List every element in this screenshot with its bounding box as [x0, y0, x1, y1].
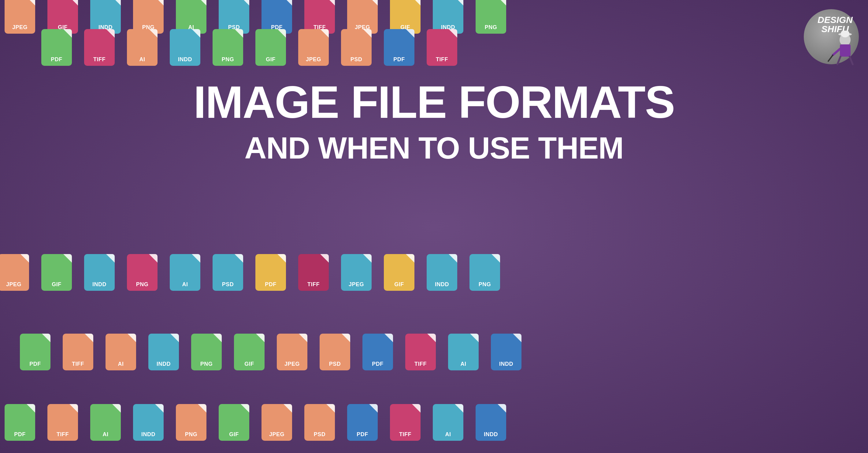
file-icon-png5: PNG	[468, 251, 502, 291]
file-icon-ai5: AI	[446, 331, 480, 370]
file-icon-tiff2: TIFF	[83, 26, 116, 66]
file-icon-pdf3: PDF	[382, 26, 416, 66]
file-icon-jpeg3: JPEG	[297, 26, 330, 66]
icon-row-5: PDF TIFF AI INDD PNG GIF JPEG PSD	[0, 401, 868, 441]
file-icon-pdf5: PDF	[18, 331, 52, 370]
svg-rect-1	[840, 45, 850, 57]
file-icon-jpeg7: JPEG	[260, 401, 293, 441]
file-icon-ai6: AI	[89, 401, 122, 441]
file-icon-png3: PNG	[211, 26, 245, 66]
file-icon-indd7: INDD	[489, 331, 523, 370]
file-icon-gif6: GIF	[232, 331, 266, 370]
svg-line-4	[833, 49, 840, 55]
logo: DESIGN SHIFU	[798, 6, 859, 67]
file-icon-gif3: GIF	[254, 26, 287, 66]
icon-row-4: PDF TIFF AI INDD PNG GIF JPEG PSD	[0, 331, 868, 370]
svg-line-3	[850, 57, 853, 64]
file-icon-tiff5: TIFF	[61, 331, 95, 370]
file-icon-psd4: PSD	[318, 331, 352, 370]
file-icon-tiff6: TIFF	[404, 331, 437, 370]
ninja-icon	[822, 31, 859, 67]
file-icon-pdf7: PDF	[3, 401, 37, 441]
file-icon-pdf4: PDF	[254, 251, 287, 291]
icon-row-3: JPEG GIF INDD PNG AI PSD PDF TIFF	[0, 251, 868, 291]
file-icon-jpeg4: JPEG	[0, 251, 31, 291]
file-icon-gif5: GIF	[382, 251, 416, 291]
svg-line-2	[837, 57, 840, 64]
file-icon-ai7: AI	[431, 401, 465, 441]
file-icon-indd3: INDD	[168, 26, 202, 66]
title-section: IMAGE FILE FORMATS AND WHEN TO USE THEM	[144, 80, 724, 165]
main-title: IMAGE FILE FORMATS	[144, 80, 724, 125]
icon-row-2: PDF TIFF AI INDD PNG GIF JPEG PSD	[0, 26, 868, 66]
file-icon-ai4: AI	[104, 331, 137, 370]
file-icon-png4: PNG	[125, 251, 159, 291]
file-icon-psd3: PSD	[211, 251, 245, 291]
file-icon-tiff4: TIFF	[297, 251, 330, 291]
file-icon-indd9: INDD	[474, 401, 508, 441]
svg-line-5	[828, 55, 833, 61]
file-icon-indd4: INDD	[83, 251, 116, 291]
background: JPEG GIF INDD PNG AI PSD PDF TIFF	[0, 0, 868, 453]
logo-line1: DESIGN	[817, 15, 853, 25]
file-icon-indd6: INDD	[147, 331, 181, 370]
file-icon-png6: PNG	[190, 331, 223, 370]
file-icon-gif7: GIF	[217, 401, 251, 441]
file-icon-indd8: INDD	[131, 401, 165, 441]
file-icon-psd5: PSD	[303, 401, 336, 441]
file-icon-jpeg6: JPEG	[275, 331, 309, 370]
file-icon-tiff7: TIFF	[46, 401, 80, 441]
file-icon-pdf8: PDF	[346, 401, 379, 441]
file-icon-tiff3: TIFF	[425, 26, 459, 66]
file-icon-psd2: PSD	[340, 26, 373, 66]
file-icon-tiff8: TIFF	[389, 401, 422, 441]
file-icon-jpeg5: JPEG	[340, 251, 373, 291]
file-icon-gif4: GIF	[40, 251, 73, 291]
file-icon-png7: PNG	[174, 401, 208, 441]
file-icon-indd5: INDD	[425, 251, 459, 291]
file-icon-pdf2: PDF	[40, 26, 73, 66]
file-icon-ai3: AI	[168, 251, 202, 291]
file-icon-ai2: AI	[125, 26, 159, 66]
file-icon-pdf6: PDF	[361, 331, 395, 370]
sub-title: AND WHEN TO USE THEM	[144, 131, 724, 165]
